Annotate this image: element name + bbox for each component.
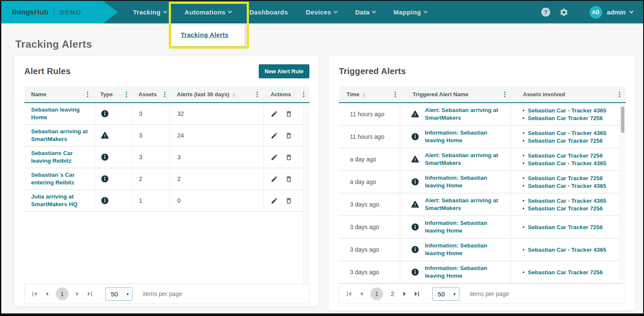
nav-item-automations[interactable]: Automations Tracking Alerts — [176, 1, 240, 23]
page-size-select[interactable]: 50 ▾ — [105, 287, 133, 301]
bullet: • — [523, 247, 525, 253]
table-row: Julia arriving at SmartMakers HQ 1 0 — [24, 190, 303, 212]
alert-rule-name-link[interactable]: Julia arriving at SmartMakers HQ — [31, 193, 89, 208]
current-page[interactable]: 1 — [56, 287, 69, 300]
asset-link[interactable]: Sebastian Car - Tracker 4365 — [528, 160, 606, 167]
next-page-button[interactable] — [402, 290, 407, 297]
alert-time: a day ago — [339, 171, 400, 193]
column-menu-icon[interactable] — [301, 90, 306, 99]
first-page-button[interactable] — [346, 290, 352, 298]
table-row: 3 days ago Information: Sebastian leavin… — [339, 261, 620, 284]
alert-time: 3 days ago — [339, 193, 400, 215]
triggered-alert-name-link[interactable]: Alert: Sebastian arriving at SmartMakers — [425, 106, 500, 121]
nav-item-devices[interactable]: Devices — [297, 1, 347, 23]
alert-rule-name-link[interactable]: Sebastians Car leaving Reibitz — [31, 149, 89, 164]
table-scrollbar-track[interactable] — [620, 104, 626, 284]
bullet: • — [523, 183, 525, 189]
column-menu-icon[interactable] — [617, 90, 622, 99]
bullet: • — [523, 205, 525, 212]
delete-button[interactable] — [285, 197, 292, 204]
user-avatar[interactable]: AD — [589, 6, 602, 19]
column-header-name[interactable]: Name — [24, 86, 95, 102]
asset-link[interactable]: Sebastian Car - Tracker 4365 — [528, 183, 606, 189]
severity-icon — [101, 196, 109, 205]
alert-rule-name-link[interactable]: Sebastian´s Car entering Reibitz — [31, 171, 89, 186]
caret-down-icon: ▾ — [453, 292, 456, 296]
asset-link[interactable]: Sebastian Car Tracker 7256 — [528, 269, 603, 276]
previous-page-button[interactable] — [359, 290, 364, 297]
column-header-assets-involved[interactable]: Assets involved — [511, 86, 626, 102]
new-alert-rule-button[interactable]: New Alert Rule — [259, 64, 309, 78]
triggered-alerts-panel: Triggered Alerts Time ↓ Triggered Alert … — [329, 56, 635, 310]
main-navigation: Tracking Automations Tracking Alerts Das… — [124, 1, 436, 23]
asset-link[interactable]: Sebastian Car Tracker 7256 — [528, 115, 603, 121]
edit-button[interactable] — [271, 110, 278, 118]
last-page-button[interactable] — [87, 290, 93, 298]
column-header-time[interactable]: Time ↓ — [339, 86, 400, 102]
alert-rule-name-link[interactable]: Sebastian leaving Home — [31, 106, 89, 121]
delete-button[interactable] — [285, 110, 292, 118]
column-menu-icon[interactable] — [255, 90, 260, 99]
settings-gear-icon[interactable] — [559, 8, 569, 17]
nav-item-label: Data — [355, 9, 370, 16]
nav-item-mapping[interactable]: Mapping — [384, 1, 436, 23]
table-row: a day ago Information: Sebastian leaving… — [339, 171, 620, 193]
column-menu-icon[interactable] — [85, 90, 90, 99]
column-header-actions[interactable]: Actions — [263, 86, 309, 102]
page-2-button[interactable]: 2 — [390, 290, 396, 297]
alerts-count: 32 — [170, 103, 263, 124]
delete-button[interactable] — [285, 175, 292, 183]
next-page-button[interactable] — [75, 290, 80, 297]
user-menu[interactable]: admin — [607, 9, 633, 16]
alert-rules-title: Alert Rules — [24, 66, 71, 76]
menu-item-tracking-alerts[interactable]: Tracking Alerts — [181, 31, 228, 38]
first-page-button[interactable] — [31, 290, 38, 298]
edit-button[interactable] — [271, 132, 278, 139]
alert-rule-name-link[interactable]: Sebastian arriving at SmartMakers — [31, 128, 89, 143]
asset-link[interactable]: Sebastian Car Tracker 7256 — [528, 205, 603, 212]
triggered-alert-name-link[interactable]: Information: Sebastian leaving Home — [425, 264, 500, 279]
current-page[interactable]: 1 — [370, 287, 383, 300]
previous-page-button[interactable] — [44, 290, 49, 297]
column-header-assets[interactable]: Assets — [131, 86, 170, 102]
edit-button[interactable] — [271, 154, 278, 161]
asset-link[interactable]: Sebastian Car Tracker 7256 — [528, 152, 603, 159]
column-menu-icon[interactable] — [124, 90, 129, 99]
column-menu-icon[interactable] — [162, 90, 167, 99]
asset-link[interactable]: Sebastian Car Tracker 7256 — [528, 224, 603, 230]
delete-button[interactable] — [285, 132, 292, 139]
asset-link[interactable]: Sebastian Car - Tracker 4365 — [528, 247, 606, 253]
asset-link[interactable]: Sebastian Car Tracker 7256 — [528, 175, 603, 181]
triggered-alert-name-link[interactable]: Alert: Sebastian arriving at SmartMakers — [425, 197, 500, 212]
triggered-alert-name-link[interactable]: Information: Sebastian leaving Home — [425, 219, 500, 234]
triggered-alert-name-link[interactable]: Information: Sebastian leaving Home — [425, 242, 500, 257]
nav-item-label: Dashboards — [249, 9, 288, 16]
delete-button[interactable] — [285, 154, 292, 161]
edit-button[interactable] — [271, 175, 278, 183]
severity-icon — [411, 200, 419, 209]
column-header-type[interactable]: Type — [95, 86, 131, 102]
page-size-select[interactable]: 50 ▾ — [432, 287, 459, 301]
nav-item-tracking[interactable]: Tracking — [124, 1, 176, 23]
asset-link[interactable]: Sebastian Car - Tracker 4365 — [528, 107, 606, 114]
column-menu-icon[interactable] — [502, 90, 507, 99]
scrollbar-thumb[interactable] — [621, 106, 624, 133]
asset-link[interactable]: Sebastian Car Tracker 7256 — [528, 138, 603, 144]
column-header-triggered-alert-name[interactable]: Triggered Alert Name — [400, 86, 511, 102]
triggered-alert-name-link[interactable]: Information: Sebastian leaving Home — [425, 129, 500, 144]
asset-link[interactable]: Sebastian Car - Tracker 4365 — [528, 198, 606, 204]
last-page-button[interactable] — [413, 290, 420, 298]
edit-button[interactable] — [271, 197, 278, 204]
help-icon[interactable]: ? — [541, 8, 550, 17]
nav-item-dashboards[interactable]: Dashboards — [240, 1, 297, 23]
navbar-right: ? AD admin — [541, 6, 643, 19]
nav-item-data[interactable]: Data — [346, 1, 384, 23]
items-per-page-label: items per page — [143, 290, 182, 297]
column-menu-icon[interactable] — [393, 90, 398, 99]
triggered-alert-name-link[interactable]: Information: Sebastian leaving Home — [425, 174, 500, 189]
column-header-alerts[interactable]: Alerts (last 30 days) ↓ — [170, 86, 263, 102]
asset-link[interactable]: Sebastian Car - Tracker 4365 — [528, 130, 606, 136]
triggered-alert-name-link[interactable]: Alert: Sebastian arriving at SmartMakers — [425, 152, 500, 167]
nav-item-label: Automations — [185, 9, 225, 16]
brand-logo[interactable]: thingsHub | DEMO — [1, 1, 118, 23]
